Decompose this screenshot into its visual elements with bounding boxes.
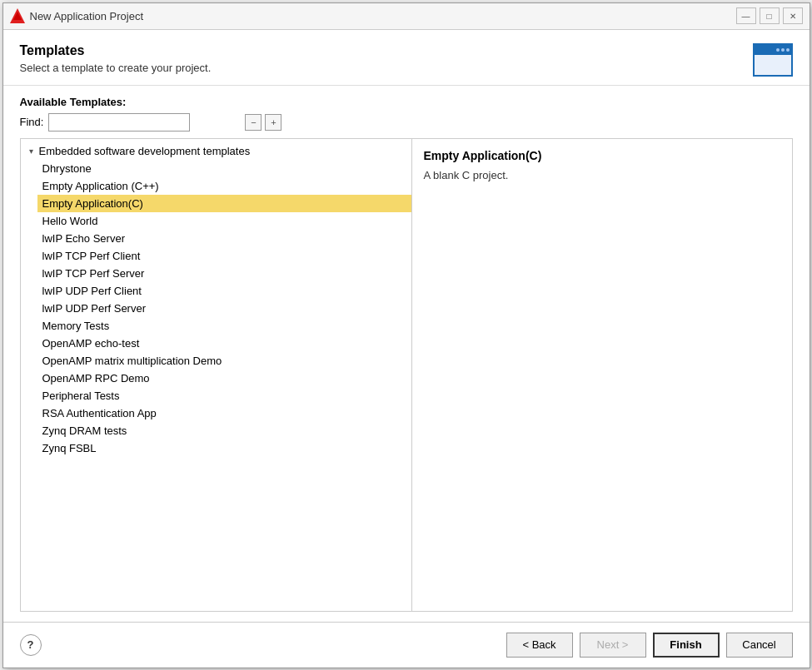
icon-top-bar <box>755 45 791 55</box>
icon-dot-3 <box>786 48 790 52</box>
tree-child-item: lwIP UDP Perf Server <box>37 300 411 317</box>
finish-button[interactable]: Finish <box>653 633 720 658</box>
tree-child-item: OpenAMP matrix multiplication Demo <box>37 352 411 370</box>
find-input[interactable] <box>48 113 190 132</box>
tree-children-list: DhrystoneEmpty Application (C++)Empty Ap… <box>21 160 411 457</box>
back-button[interactable]: < Back <box>506 633 573 658</box>
app-logo <box>10 8 25 23</box>
icon-body <box>755 55 791 75</box>
tree-child-row[interactable]: RSA Authentication App <box>37 404 411 422</box>
icon-dot-1 <box>776 48 780 52</box>
tree-child-label: Dhrystone <box>42 162 92 175</box>
tree-child-label: Hello World <box>42 215 98 227</box>
available-label: Available Templates: <box>20 96 793 108</box>
detail-title: Empty Application(C) <box>424 149 780 162</box>
tree-child-item: Peripheral Tests <box>37 387 411 404</box>
dialog-header: Templates Select a template to create yo… <box>3 30 810 86</box>
tree-child-item: Empty Application (C++) <box>37 177 411 195</box>
find-label: Find: <box>20 116 44 128</box>
tree-child-label: Zynq DRAM tests <box>42 424 127 437</box>
tree-child-row[interactable]: lwIP UDP Perf Client <box>37 282 411 300</box>
tree-child-row[interactable]: Dhrystone <box>37 160 411 177</box>
detail-description: A blank C project. <box>424 169 780 181</box>
header-subtitle: Select a template to create your project… <box>20 62 212 74</box>
tree-child-label: lwIP TCP Perf Client <box>42 250 141 262</box>
tree-child-item: Empty Application(C) <box>37 195 411 212</box>
tree-child-label: OpenAMP RPC Demo <box>42 372 150 385</box>
tree-child-item: Memory Tests <box>37 317 411 335</box>
left-panel: ▾ Embedded software development template… <box>21 139 412 611</box>
tree-child-row[interactable]: Zynq FSBL <box>37 439 411 457</box>
tree-child-item: OpenAMP RPC Demo <box>37 370 411 387</box>
close-button[interactable]: ✕ <box>783 7 803 24</box>
tree-child-row[interactable]: lwIP Echo Server <box>37 230 411 247</box>
cancel-button[interactable]: Cancel <box>726 633 793 658</box>
tree-child-item: RSA Authentication App <box>37 404 411 422</box>
tree-child-item: lwIP Echo Server <box>37 230 411 247</box>
title-bar-text: New Application Project <box>30 10 731 22</box>
tree-child-row[interactable]: Peripheral Tests <box>37 387 411 404</box>
tree-child-label: OpenAMP echo-test <box>42 337 140 350</box>
tree-child-row[interactable]: lwIP UDP Perf Server <box>37 300 411 317</box>
tree-child-label: Peripheral Tests <box>42 390 120 402</box>
minimize-button[interactable]: — <box>736 7 756 24</box>
tree-child-label: Zynq FSBL <box>42 442 97 454</box>
dialog-content: Available Templates: Find: − + ▾ Embedde… <box>3 86 810 622</box>
tree-child-row[interactable]: Zynq DRAM tests <box>37 422 411 439</box>
next-button[interactable]: Next > <box>580 633 646 658</box>
tree-child-label: lwIP UDP Perf Client <box>42 285 142 297</box>
template-icon <box>753 43 793 77</box>
tree-child-label: OpenAMP matrix multiplication Demo <box>42 355 222 367</box>
tree-child-item: Zynq DRAM tests <box>37 422 411 439</box>
tree-root-item: ▾ Embedded software development template… <box>21 142 411 457</box>
tree-child-row[interactable]: OpenAMP echo-test <box>37 335 411 352</box>
tree-child-row[interactable]: OpenAMP matrix multiplication Demo <box>37 352 411 370</box>
tree-child-row[interactable]: OpenAMP RPC Demo <box>37 370 411 387</box>
tree-child-row[interactable]: Memory Tests <box>37 317 411 335</box>
header-title: Templates <box>20 43 212 58</box>
template-tree: ▾ Embedded software development template… <box>21 139 411 460</box>
find-row: Find: − + <box>20 113 793 132</box>
tree-child-label: Empty Application (C++) <box>42 180 159 192</box>
footer-left: ? <box>20 634 42 656</box>
collapse-button[interactable]: − <box>245 114 262 131</box>
tree-child-label: RSA Authentication App <box>42 407 157 419</box>
tree-child-row[interactable]: Empty Application (C++) <box>37 177 411 195</box>
maximize-button[interactable]: □ <box>760 7 780 24</box>
tree-child-item: Hello World <box>37 212 411 230</box>
tree-child-item: lwIP UDP Perf Client <box>37 282 411 300</box>
footer-right: < Back Next > Finish Cancel <box>506 633 793 658</box>
right-panel: Empty Application(C) A blank C project. <box>412 139 792 611</box>
tree-expand-icon: ▾ <box>26 145 37 156</box>
tree-child-row[interactable]: lwIP TCP Perf Server <box>37 265 411 282</box>
title-bar: New Application Project — □ ✕ <box>3 3 810 30</box>
icon-dot-2 <box>781 48 785 52</box>
tree-child-item: lwIP TCP Perf Server <box>37 265 411 282</box>
tree-child-item: OpenAMP echo-test <box>37 335 411 352</box>
find-icons: − + <box>245 114 281 131</box>
title-bar-buttons: — □ ✕ <box>736 7 803 24</box>
tree-child-row[interactable]: Empty Application(C) <box>37 195 411 212</box>
help-button[interactable]: ? <box>20 634 42 656</box>
tree-child-item: Zynq FSBL <box>37 439 411 457</box>
tree-child-row[interactable]: lwIP TCP Perf Client <box>37 247 411 265</box>
tree-child-item: lwIP TCP Perf Client <box>37 247 411 265</box>
dialog-footer: ? < Back Next > Finish Cancel <box>3 622 810 668</box>
tree-child-label: Memory Tests <box>42 320 110 332</box>
expand-button[interactable]: + <box>265 114 281 131</box>
tree-child-label: lwIP UDP Perf Server <box>42 302 147 315</box>
main-panels: ▾ Embedded software development template… <box>20 138 793 612</box>
tree-child-label: Empty Application(C) <box>42 197 143 210</box>
header-text: Templates Select a template to create yo… <box>20 43 212 74</box>
tree-child-label: lwIP TCP Perf Server <box>42 267 145 280</box>
tree-child-row[interactable]: Hello World <box>37 212 411 230</box>
tree-child-item: Dhrystone <box>37 160 411 177</box>
tree-child-label: lwIP Echo Server <box>42 232 125 245</box>
tree-root-label: Embedded software development templates <box>39 145 251 157</box>
dialog-window: New Application Project — □ ✕ Templates … <box>2 2 810 668</box>
tree-root-row[interactable]: ▾ Embedded software development template… <box>21 142 411 160</box>
